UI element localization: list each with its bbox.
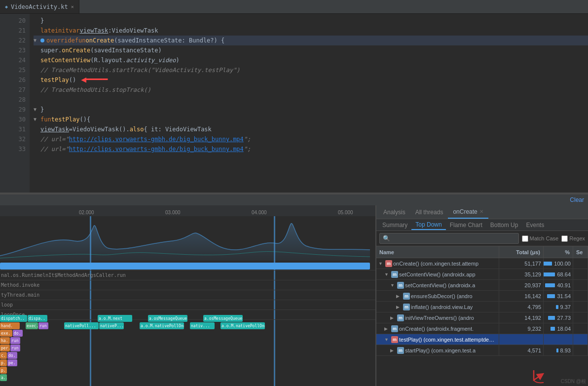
code-line-26: testPlay() ◀━━━━ [34, 75, 588, 85]
table-row-startplay[interactable]: ▶ m startPlay() (com.xingen.test.a 4,571… [376, 345, 588, 356]
thread-rows: nal.os.ZygoteInit.main nal.os.RuntimelnI… [0, 261, 375, 320]
search-input[interactable] [379, 233, 519, 244]
bar-row-4: ha. run [0, 337, 375, 344]
td-name-1: ▼ m onCreate() (com.xingen.test.attemp [376, 258, 499, 269]
thread-row-0: nal.os.ZygoteInit.main [0, 261, 375, 270]
regex-checkbox[interactable]: Regex [561, 235, 585, 242]
td-name-9: ▶ m startPlay() (com.xingen.test.a [376, 345, 499, 355]
td-name-2: ▼ m setContentView() (androidx.app [376, 269, 499, 279]
bar-row-dispatch: dispatch.. dispa.. a.o.M.next a.osMessag… [0, 315, 375, 322]
td-se-5 [573, 302, 588, 312]
thread-row-2: Method.invoke [0, 280, 375, 290]
thread-label-3: tyThread.main [0, 292, 39, 298]
bar-main-0 [0, 263, 370, 270]
td-pct-7: 18.04 [544, 323, 573, 334]
td-total-1: 51,177 [499, 258, 544, 269]
subtab-bottomup[interactable]: Bottom Up [486, 221, 522, 230]
fold-icon-22[interactable]: ▼ [34, 36, 40, 45]
table-row-inflate[interactable]: ▶ m inflate() (android.view.Lay 4,795 9.… [376, 302, 588, 312]
breakpoint-22 [40, 39, 44, 42]
ruler-mark-05: 05.000 [338, 210, 353, 215]
code-line-27: // TraceMethodUtils.stopTrack() [34, 85, 588, 95]
arrow-indicator: ◀━━━━ [81, 75, 108, 85]
td-pct-1: 100.00 [544, 258, 573, 269]
match-case-check[interactable] [522, 235, 528, 242]
expand-icon-4[interactable]: ▶ [396, 294, 402, 299]
subtab-events[interactable]: Events [522, 221, 548, 230]
match-case-checkbox[interactable]: Match Case [522, 235, 559, 242]
profiler-body: 02.000 03.000 04.000 05.000 [0, 205, 588, 386]
tab-filename: VideoActivity.kt [11, 3, 68, 10]
td-se-4 [573, 291, 588, 301]
expand-icon-7[interactable]: ▶ [384, 326, 390, 331]
subtab-flamechart[interactable]: Flame Chart [446, 221, 486, 230]
bottom-annotation [376, 366, 588, 386]
td-pct-2: 68.64 [544, 269, 573, 279]
analysis-table: Name Total (μs) % Se ▼ m onCreate() (com… [376, 246, 588, 366]
expand-icon-9[interactable]: ▶ [390, 348, 396, 353]
expand-icon-3[interactable]: ▼ [390, 283, 396, 288]
table-row-oncreate-fragment[interactable]: ▶ m onCreate() (androidx.fragment. 9,232… [376, 323, 588, 334]
td-se-9 [573, 345, 588, 355]
method-icon-8: m [391, 336, 398, 343]
table-row-oncreate-root[interactable]: ▼ m onCreate() (com.xingen.test.attemp 5… [376, 258, 588, 269]
tab-bar: ◆ VideoActivity.kt ✕ [0, 0, 588, 14]
regex-check[interactable] [561, 235, 568, 242]
thread-row-4: loop [0, 300, 375, 310]
oncreate-tab-close-icon[interactable]: ✕ [479, 209, 483, 214]
td-total-7: 9,232 [499, 323, 544, 334]
thread-row-1: nal.os.RuntimelnIt$MethodAndArgsCaller.r… [0, 270, 375, 280]
table-row-initviewtreeowners[interactable]: ▶ m initViewTreeOwners() (andro 14,192 2… [376, 312, 588, 323]
table-row-ensuresubdecor[interactable]: ▶ m ensureSubDecor() (andro 16,142 31.54 [376, 291, 588, 302]
td-se-3 [573, 280, 588, 290]
th-pct: % [544, 246, 573, 258]
line-num-24: 24 [0, 55, 26, 65]
flame-chart-left: 02.000 03.000 04.000 05.000 [0, 205, 376, 386]
bar-row-9: a.. [0, 374, 375, 381]
pct-bar-2 [544, 272, 555, 276]
pct-bar-7 [551, 327, 555, 331]
method-icon-1: m [385, 260, 392, 267]
td-se-8 [573, 334, 588, 345]
line-num-29: 29 [0, 105, 26, 115]
line-num-30: 30 [0, 115, 26, 124]
tab-analysis[interactable]: Analysis [378, 205, 410, 219]
kotlin-file-icon: ◆ [5, 4, 8, 9]
subtab-summary[interactable]: Summary [378, 221, 411, 230]
expand-icon-2[interactable]: ▼ [384, 272, 390, 277]
method-name-8: testPlay() (com.xingen.test.attemptdemo.… [399, 337, 497, 343]
thread-label-2: Method.invoke [0, 282, 39, 288]
expand-icon-8[interactable]: ▼ [384, 337, 390, 342]
flame-canvas: nal.os.ZygoteInit.main nal.os.RuntimelnI… [0, 216, 375, 386]
analysis-header: Analysis All threads onCreate ✕ [376, 205, 588, 219]
subtab-topdown[interactable]: Top Down [411, 220, 445, 230]
line-num-33: 33 [0, 144, 26, 154]
td-pct-4: 31.54 [544, 291, 573, 301]
thread-label-4: loop [0, 302, 13, 308]
tab-oncreate[interactable]: onCreate ✕ [448, 205, 488, 219]
expand-icon-6[interactable]: ▶ [390, 315, 396, 320]
nested-bars: hand. exec. run nativePoll... nativeP...… [0, 322, 375, 381]
editor-tab[interactable]: ◆ VideoActivity.kt ✕ [0, 0, 79, 13]
code-area: 20 21 22 23 24 25 26 27 28 29 30 31 32 3… [0, 14, 588, 193]
table-row-testplay[interactable]: ▼ m testPlay() (com.xingen.test.attemptd… [376, 334, 588, 345]
table-row-setcontentview-2[interactable]: ▼ m setContentView() (androidx.a 20,937 … [376, 280, 588, 291]
tab-close-icon[interactable]: ✕ [71, 4, 74, 9]
expand-icon-1[interactable]: ▼ [378, 261, 384, 266]
method-name-5: inflate() (android.view.Lay [411, 304, 473, 310]
code-content: } lateinit var viewTask:ViedoViewTask ▼ … [30, 14, 588, 193]
code-line-32: // url="http://clips.vorwaerts-gmbh.de/b… [34, 134, 588, 144]
td-name-8: ▼ m testPlay() (com.xingen.test.attemptd… [376, 334, 499, 345]
pct-bar-3 [545, 283, 555, 287]
tab-all-threads[interactable]: All threads [410, 205, 448, 219]
code-line-30: ▼ fun testPlay(){ [34, 115, 588, 124]
clear-button[interactable]: Clear [570, 196, 584, 203]
expand-icon-5[interactable]: ▶ [396, 305, 402, 309]
table-row-setcontentview-1[interactable]: ▼ m setContentView() (androidx.app 35,12… [376, 269, 588, 280]
line-num-32: 32 [0, 134, 26, 144]
line-num-28: 28 [0, 95, 26, 105]
thread-row-3: tyThread.main [0, 290, 375, 300]
fold-icon-30[interactable]: ▼ [34, 115, 40, 124]
method-name-1: onCreate() (com.xingen.test.attemp [393, 261, 478, 267]
fold-icon-29[interactable]: ▼ [34, 105, 40, 115]
